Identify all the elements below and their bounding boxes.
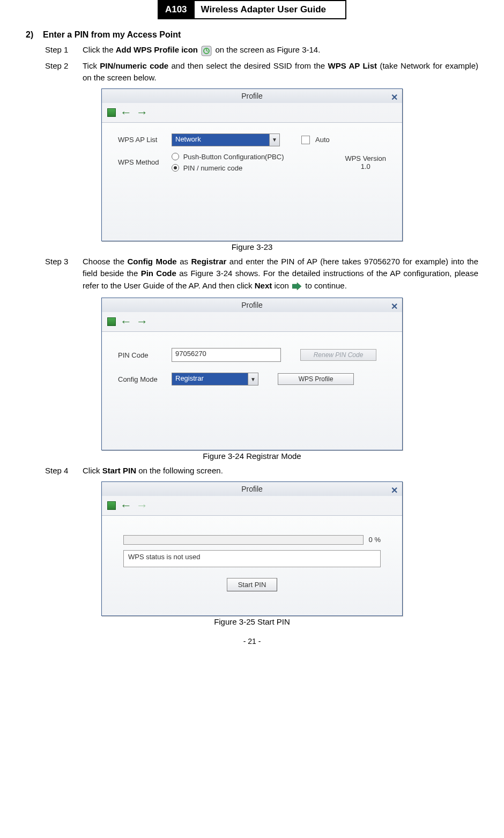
step-1: Step 1 Click the Add WPS Profile icon on… [45, 44, 478, 58]
pbc-radio[interactable] [172, 153, 179, 160]
step-label: Step 3 [45, 256, 83, 294]
add-wps-profile-icon [201, 46, 212, 56]
figure-3-25: Profile ✕ ← → 0 % WPS status is not used… [101, 481, 403, 616]
dialog-toolbar: ← → [102, 312, 402, 331]
figure-3-23-caption: Figure 3-23 [26, 242, 478, 251]
auto-label: Auto [315, 136, 330, 144]
back-icon[interactable]: ← [120, 316, 132, 328]
dialog-toolbar: ← → [102, 103, 402, 122]
close-icon[interactable]: ✕ [391, 91, 398, 105]
chevron-down-icon[interactable]: ▼ [248, 373, 258, 385]
step-text: Click the Add WPS Profile icon on the sc… [83, 44, 478, 58]
dropdown-selected: Registrar [172, 373, 248, 385]
step-text: Click Start PIN on the following screen. [83, 465, 478, 477]
dialog-title-bar: Profile ✕ [102, 481, 402, 496]
back-icon[interactable]: ← [120, 500, 132, 511]
wps-ap-list-label: WPS AP List [118, 136, 166, 144]
guide-title: Wireless Adapter User Guide [194, 0, 347, 19]
step-text: Tick PIN/numeric code and then select th… [83, 60, 478, 84]
close-icon[interactable]: ✕ [391, 484, 398, 498]
next-icon: → [136, 500, 148, 511]
stop-icon[interactable] [107, 317, 116, 326]
next-icon[interactable]: → [136, 107, 148, 118]
dialog-title: Profile [241, 92, 263, 100]
dialog-title: Profile [241, 485, 263, 493]
wps-version-label: WPS Version [345, 154, 386, 162]
pin-label: PIN / numeric code [183, 164, 243, 172]
step-label: Step 1 [45, 44, 83, 58]
back-icon[interactable]: ← [120, 107, 132, 118]
step-4: Step 4 Click Start PIN on the following … [45, 465, 478, 477]
stop-icon[interactable] [107, 501, 116, 510]
auto-checkbox[interactable] [301, 136, 310, 144]
pin-radio[interactable] [172, 164, 179, 172]
next-icon[interactable]: → [136, 316, 148, 328]
svg-marker-2 [292, 283, 301, 290]
config-mode-dropdown[interactable]: Registrar ▼ [172, 373, 258, 385]
step-3: Step 3 Choose the Config Mode as Registr… [45, 256, 478, 294]
progress-bar [123, 535, 364, 545]
wps-ap-list-dropdown[interactable]: Network ▼ [172, 134, 280, 146]
chevron-down-icon[interactable]: ▼ [269, 134, 279, 146]
page-header: A103 Wireless Adapter User Guide [26, 0, 478, 19]
step-2: Step 2 Tick PIN/numeric code and then se… [45, 60, 478, 84]
config-mode-label: Config Mode [118, 375, 166, 383]
step-label: Step 4 [45, 465, 83, 477]
svg-rect-0 [202, 46, 211, 56]
figure-3-25-caption: Figure 3-25 Start PIN [26, 617, 478, 626]
renew-pin-button[interactable]: Renew PIN Code [300, 349, 376, 361]
pin-code-input[interactable]: 97056270 [172, 348, 281, 362]
next-arrow-icon [292, 283, 302, 290]
step-text: Choose the Config Mode as Registrar and … [83, 256, 478, 294]
stop-icon[interactable] [107, 108, 116, 117]
progress-percent: 0 % [369, 536, 381, 544]
close-icon[interactable]: ✕ [391, 300, 398, 314]
step-label: Step 2 [45, 60, 83, 84]
figure-3-23: Profile ✕ ← → WPS AP List Network ▼ Auto… [101, 88, 403, 241]
pbc-label: Push-Button Configuration(PBC) [183, 153, 284, 161]
wps-method-label: WPS Method [118, 158, 166, 166]
model-number: A103 [158, 0, 194, 19]
figure-3-24: Profile ✕ ← → PIN Code 97056270 Renew PI… [101, 298, 403, 450]
wps-status-text: WPS status is not used [123, 550, 381, 567]
dialog-toolbar: ← → [102, 496, 402, 515]
pin-code-label: PIN Code [118, 351, 166, 359]
section-heading: 2) Enter a PIN from my Access Point [26, 30, 478, 40]
start-pin-button[interactable]: Start PIN [227, 578, 278, 591]
figure-3-24-caption: Figure 3-24 Registrar Mode [26, 451, 478, 461]
dialog-title: Profile [241, 301, 263, 309]
wps-version-value: 1.0 [345, 162, 386, 170]
dialog-title-bar: Profile ✕ [102, 88, 402, 103]
wps-profile-button[interactable]: WPS Profile [278, 373, 354, 385]
page-number: - 21 - [26, 637, 478, 646]
dialog-title-bar: Profile ✕ [102, 298, 402, 312]
dropdown-selected: Network [172, 134, 269, 146]
